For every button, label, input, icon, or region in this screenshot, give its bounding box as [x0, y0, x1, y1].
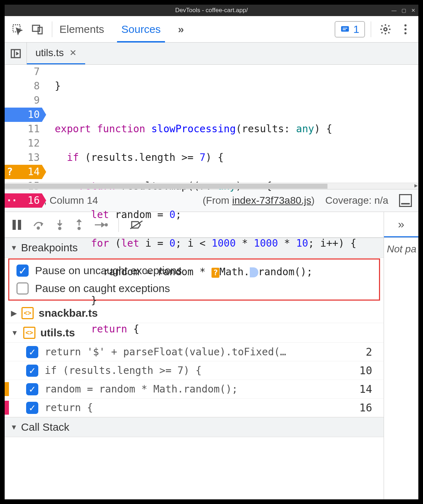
right-status-panel: Not pa	[384, 238, 418, 499]
svg-point-4	[384, 28, 387, 31]
logpoint-icon[interactable]	[250, 267, 258, 277]
tab-elements[interactable]: Elements	[58, 17, 106, 42]
horizontal-scrollbar[interactable]: ▶	[5, 183, 418, 189]
svg-point-12	[37, 227, 39, 229]
gear-icon[interactable]	[377, 21, 394, 38]
svg-rect-10	[13, 220, 16, 230]
titlebar: DevTools - coffee-cart.app/ — ▢ ✕	[5, 5, 418, 16]
devtools-window: DevTools - coffee-cart.app/ — ▢ ✕ Elemen…	[4, 4, 419, 500]
divider	[371, 21, 371, 37]
code-editor[interactable]: 7 8 9 10 11 12 13 14 15 16 } export func…	[5, 65, 418, 183]
tab-more[interactable]: »	[176, 17, 185, 42]
chevron-down-icon: ▼	[11, 329, 18, 337]
checkbox-checked-icon[interactable]: ✓	[26, 346, 38, 358]
svg-point-5	[404, 24, 407, 26]
line-gutter[interactable]: 7 8 9 10 11 12 13 14 15 16	[5, 65, 48, 183]
breakpoint-item[interactable]: ✓return '$' + parseFloat(value).toFixed(…	[5, 343, 384, 361]
file-tab-label: utils.ts	[35, 47, 64, 59]
chevron-down-icon: ▼	[10, 423, 18, 431]
breakpoint-item[interactable]: ✓random = random * Math.random();14	[5, 380, 384, 399]
navigator-toggle-icon[interactable]	[5, 43, 27, 64]
close-icon[interactable]: ✕	[411, 8, 415, 13]
close-tab-icon[interactable]: ✕	[69, 48, 77, 58]
file-tabs: utils.ts ✕	[5, 43, 418, 65]
bp-code: return '$' + parseFloat(value).toFixed(…	[45, 346, 286, 358]
checkbox-checked-icon[interactable]: ✓	[26, 365, 38, 377]
breakpoint-item[interactable]: ✓if (results.length >= 7) {10	[5, 361, 384, 380]
checkbox-checked-icon[interactable]: ✓	[26, 402, 38, 414]
svg-rect-11	[18, 220, 21, 230]
file-icon: <>	[23, 327, 35, 339]
bottom-panel-icon[interactable]	[399, 194, 412, 207]
issues-badge[interactable]: 1	[335, 21, 365, 38]
bp-line-number: 14	[359, 383, 376, 395]
bp-code: return {	[45, 402, 93, 414]
callstack-header[interactable]: ▼ Call Stack	[5, 417, 384, 437]
panel-tabs: Elements Sources »	[58, 17, 185, 42]
bp-line-number: 2	[366, 346, 376, 358]
file-tab-utils[interactable]: utils.ts ✕	[27, 43, 85, 64]
chevron-down-icon: ▼	[10, 244, 18, 252]
file-icon: <>	[21, 307, 34, 319]
breakpoint-list: ✓return '$' + parseFloat(value).toFixed(…	[5, 343, 384, 417]
divider	[52, 21, 52, 37]
code-content[interactable]: } export function slowProcessing(results…	[48, 65, 356, 183]
bp-line-number: 10	[359, 364, 376, 377]
chevron-right-icon: ▶	[11, 309, 16, 317]
main-toolbar: Elements Sources » 1	[5, 16, 418, 43]
bp-code: if (results.length >= 7) {	[45, 365, 201, 376]
breakpoint-item[interactable]: ✓return {16	[5, 399, 384, 417]
bp-line-number: 16	[359, 401, 376, 414]
svg-point-7	[404, 32, 407, 34]
pause-icon[interactable]	[12, 219, 22, 231]
issues-count: 1	[353, 23, 359, 35]
bp-edge-marker	[5, 401, 9, 415]
checkbox-checked-icon[interactable]: ✓	[16, 265, 29, 277]
maximize-icon[interactable]: ▢	[402, 8, 406, 13]
tab-sources[interactable]: Sources	[120, 17, 162, 42]
bp-code: random = random * Math.random();	[45, 383, 238, 395]
device-icon[interactable]	[29, 21, 46, 38]
step-over-icon[interactable]	[33, 219, 45, 230]
conditional-bp-icon[interactable]: ?	[212, 268, 219, 278]
window-title: DevTools - coffee-cart.app/	[175, 7, 248, 14]
svg-rect-3	[341, 26, 349, 31]
svg-point-6	[404, 28, 407, 30]
checkbox-checked-icon[interactable]: ✓	[26, 383, 38, 395]
minimize-icon[interactable]: —	[392, 8, 397, 13]
window-controls: — ▢ ✕	[392, 8, 415, 13]
more-debug-tabs[interactable]: »	[384, 212, 418, 237]
kebab-icon[interactable]	[397, 21, 414, 38]
inspect-icon[interactable]	[9, 21, 26, 38]
checkbox-icon[interactable]	[16, 282, 29, 295]
bp-edge-marker	[5, 382, 9, 396]
